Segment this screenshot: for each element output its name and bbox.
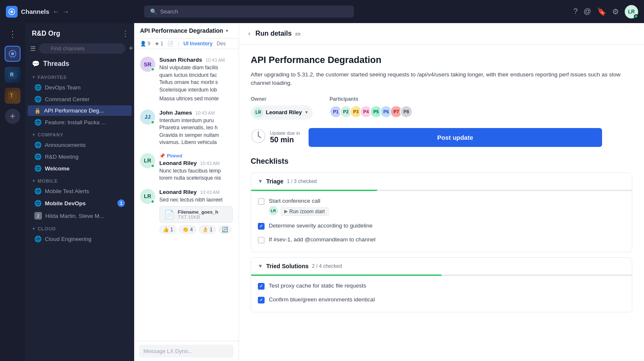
checklist-header[interactable]: ▼ Tried Solutions 2 / 4 checked — [251, 258, 632, 275]
channel-cloud-engineering[interactable]: 🌐 Cloud Engineering — [28, 233, 132, 244]
section-favorites[interactable]: ▼ FAVORITES — [25, 71, 134, 81]
channel-mobile-test[interactable]: 🌐 Mobile Test Alerts — [28, 186, 132, 196]
stars-count: ★ 1 — [155, 41, 164, 47]
checklist-collapse-icon: ▼ — [258, 178, 263, 184]
checklist-item: Confirm blue/green environments identica… — [258, 293, 625, 307]
update-due-info: Update due in 50 min — [270, 131, 300, 144]
message-header: Susan Richards 10:43 AM — [159, 57, 233, 63]
channel-rd-meeting[interactable]: 🌐 R&D Meeting — [28, 151, 132, 162]
nav-forward[interactable]: → — [63, 8, 70, 16]
clock-icon — [251, 128, 266, 146]
layout-wrapper: ⋮ R T + R&D Org ⋮ ☰ 🔍 + 💬 Threads — [0, 0, 644, 361]
channel-mobile-devops[interactable]: 🌐 Mobile DevOps 1 — [28, 197, 132, 209]
message-time: 10:43 AM — [205, 58, 225, 63]
run-badge-text: Run /zoom start — [289, 209, 325, 215]
channel-feature-install[interactable]: 🌐 Feature: Install Packa ... — [28, 117, 132, 128]
app-grid-icon[interactable]: ⋮ — [7, 27, 18, 41]
channel-name: R&D Meeting — [45, 154, 78, 160]
checklist-item: Test proxy cache for static file request… — [258, 279, 625, 293]
file-size: TXT 15KB — [178, 215, 218, 220]
channel-api-performance[interactable]: 🔒 API Performance Deg... — [28, 105, 132, 116]
message-text-extra: Massa ultrices sed monte — [159, 95, 233, 103]
workspace-icon-primary[interactable] — [5, 46, 21, 62]
checkbox[interactable] — [258, 237, 265, 243]
checklist-progress-text: 2 / 4 checked — [312, 263, 342, 269]
section-cloud[interactable]: ▼ CLOUD — [25, 222, 134, 233]
checkbox[interactable] — [258, 198, 265, 205]
checkbox-checked[interactable] — [258, 283, 265, 290]
svg-text:R: R — [10, 72, 14, 78]
message-author: Susan Richards — [159, 57, 202, 63]
threads-nav-item[interactable]: 💬 Threads — [25, 57, 134, 71]
owner-avatar: LR — [253, 107, 263, 118]
message-item: LR Leonard Riley 10:43 AM Sed nec lectus… — [134, 186, 239, 238]
members-count-val: 9 — [148, 41, 151, 47]
file-icon-meta: 📄 — [167, 41, 174, 47]
checklist-item-text: Start conference call — [269, 198, 329, 204]
chevron-mobile: ▼ — [32, 179, 36, 183]
sidebar: R&D Org ⋮ ☰ 🔍 + 💬 Threads ▼ FAVORITES 🌐 … — [25, 23, 134, 361]
checklist-item: Determine severity according to guidelin… — [258, 219, 625, 233]
message-time: 10:43 AM — [200, 190, 219, 195]
user-avatar[interactable]: LR — [625, 5, 638, 18]
checklist-item-text: If #sev-1, add @commandteam to channel — [269, 236, 376, 243]
run-details-title-text: Run details — [255, 30, 291, 37]
run-details-header: ‹ Run details ▭ — [239, 23, 644, 44]
find-channels-input[interactable] — [39, 43, 125, 54]
user-status-dot — [634, 14, 638, 18]
section-mobile[interactable]: ▼ MOBILE — [25, 174, 134, 185]
owner-name: Leonard Riley — [266, 109, 302, 115]
external-link-icon[interactable]: ▭ — [295, 31, 300, 37]
file-info: Filename_goes_h TXT 15KB — [178, 209, 218, 220]
update-due-label: Update due in — [270, 131, 300, 136]
channel-welcome[interactable]: 🌐 Welcome — [28, 163, 132, 174]
back-button[interactable]: ‹ — [247, 29, 251, 38]
search-bar[interactable]: 🔍 Search — [144, 5, 354, 18]
nav-back[interactable]: ← — [53, 8, 60, 16]
file-icon: 📄 — [164, 209, 174, 220]
svg-point-1 — [10, 10, 13, 13]
star-icon: ★ — [155, 41, 159, 47]
org-menu-button[interactable]: ⋮ — [122, 29, 129, 38]
add-channel-button[interactable]: + — [129, 44, 133, 53]
add-workspace-button[interactable]: + — [5, 109, 20, 124]
tab-ui-inventory[interactable]: UI Inventory — [184, 41, 213, 47]
channel-announcements[interactable]: 🌐 Announcements — [28, 139, 132, 150]
reaction-cycle[interactable]: 🔄 — [218, 225, 231, 234]
checklist-header[interactable]: ▼ Triage 1 / 3 checked — [251, 173, 632, 190]
workspace-icon-3[interactable]: T — [5, 88, 21, 104]
checkbox-checked[interactable] — [258, 223, 265, 230]
message-input-placeholder[interactable]: Message LX Dyno... — [139, 345, 234, 358]
owner-badge[interactable]: LR Leonard Riley ▼ — [251, 105, 313, 120]
file-preview[interactable]: 📄 Filename_goes_h TXT 15KB — [159, 206, 233, 223]
post-update-button[interactable]: Post update — [309, 128, 602, 147]
avatar: JJ — [140, 110, 155, 125]
message-input-area: Message LX Dyno... — [134, 341, 239, 361]
bookmark-icon[interactable]: 🔖 — [597, 7, 606, 16]
help-icon[interactable]: ? — [574, 7, 578, 16]
find-channels-wrap: 🔍 — [39, 43, 125, 54]
workspace-icon-2[interactable]: R — [5, 67, 21, 83]
channel-name: Command Center — [45, 96, 90, 102]
message-author: John James — [159, 110, 192, 116]
settings-icon[interactable]: ⚙ — [612, 7, 619, 16]
checklist-tried-solutions: ▼ Tried Solutions 2 / 4 checked Test pro… — [251, 257, 632, 312]
filter-icon[interactable]: ☰ — [30, 45, 36, 52]
status-dot — [151, 120, 155, 124]
channel-command-center[interactable]: 🌐 Command Center — [28, 94, 132, 105]
channel-devops-team[interactable]: 🌐 DevOps Team — [28, 82, 132, 93]
section-company[interactable]: ▼ COMPANY — [25, 128, 134, 139]
chevron-down-icon[interactable]: ▼ — [225, 29, 229, 33]
run-badge[interactable]: ▶ Run /zoom start — [280, 207, 329, 216]
reaction-thumbsup[interactable]: 👍 1 — [159, 225, 177, 234]
channel-hilda-martin[interactable]: 2 Hilda Martin, Steve M... — [28, 210, 132, 222]
reaction-clap[interactable]: 👏 4 — [179, 225, 196, 234]
checkbox-checked[interactable] — [258, 297, 265, 303]
chat-channel-name: API Performance Degradation — [140, 27, 223, 34]
channel-name: Hilda Martin, Steve M... — [45, 213, 104, 219]
checklist-collapse-icon: ▼ — [258, 263, 263, 269]
at-icon[interactable]: @ — [584, 7, 591, 16]
tab-des[interactable]: Des — [217, 41, 226, 47]
section-mobile-label: MOBILE — [38, 178, 58, 183]
reaction-ok[interactable]: 👌 1 — [199, 225, 216, 234]
